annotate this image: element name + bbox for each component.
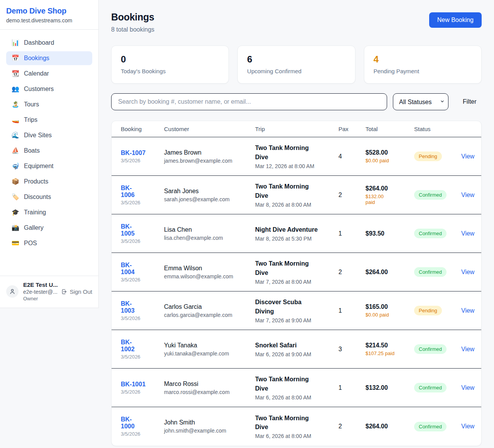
booking-id-link[interactable]: BK-1002 <box>121 339 136 353</box>
table-row: BK-1004 3/5/2026 Emma Wilson emma.wilson… <box>112 253 481 291</box>
booking-date: 3/5/2026 <box>121 277 164 283</box>
sidebar-item-customers[interactable]: 👥Customers <box>6 82 92 96</box>
sidebar-item-discounts[interactable]: 🏷️Discounts <box>6 190 92 204</box>
sidebar-item-equipment[interactable]: 🤿Equipment <box>6 159 92 173</box>
view-link[interactable]: View <box>461 307 474 314</box>
status-badge: Confirmed <box>414 344 447 354</box>
sidebar-item-pos[interactable]: 💳POS <box>6 236 92 250</box>
total-cell: $93.50 <box>365 230 414 237</box>
actions-cell: View <box>461 153 476 160</box>
sidebar-item-label: Discounts <box>24 194 51 200</box>
view-link[interactable]: View <box>461 192 474 198</box>
actions-cell: View <box>461 269 476 276</box>
table-row: BK-1005 3/5/2026 Lisa Chen lisa.chen@exa… <box>112 214 481 253</box>
table-body: BK-1007 3/5/2026 James Brown james.brown… <box>112 137 481 446</box>
sidebar-item-tours[interactable]: 🏝️Tours <box>6 98 92 111</box>
page-header: Bookings 8 total bookings New Booking <box>111 12 482 33</box>
sidebar-item-label: Dive Sites <box>24 132 52 139</box>
discounts-icon: 🏷️ <box>12 194 19 200</box>
sidebar-item-trips[interactable]: 🚤Trips <box>6 113 92 127</box>
user-section: E2E Test U... e2e-tester@... Owner Sign … <box>0 276 98 308</box>
sidebar-item-label: Dashboard <box>24 39 54 46</box>
booking-date: 3/5/2026 <box>121 389 164 395</box>
view-link[interactable]: View <box>461 384 474 391</box>
booking-id-link[interactable]: BK-1001 <box>121 381 145 388</box>
trip-cell: Discover Scuba Diving Mar 7, 2026 at 9:0… <box>255 298 338 323</box>
column-header-customer: Customer <box>164 126 255 132</box>
trip-name: Night Dive Adventure <box>255 225 320 234</box>
pax-cell: 4 <box>338 153 365 160</box>
view-link[interactable]: View <box>461 230 474 237</box>
total-cell: $132.00 <box>365 384 414 391</box>
booking-id-link[interactable]: BK-1007 <box>121 150 145 157</box>
trip-datetime: Mar 6, 2026 at 9:00 AM <box>255 351 338 357</box>
total-cell: $165.00 $0.00 paid <box>365 303 414 318</box>
tours-icon: 🏝️ <box>12 101 19 108</box>
booking-cell: BK-1001 3/5/2026 <box>121 381 164 395</box>
stat-label: Today's Bookings <box>121 68 219 74</box>
sidebar-item-bookings[interactable]: 📅Bookings <box>6 51 92 65</box>
trip-datetime: Mar 6, 2026 at 8:00 AM <box>255 394 338 401</box>
trips-icon: 🚤 <box>12 117 19 123</box>
sidebar-item-products[interactable]: 📦Products <box>6 175 92 189</box>
status-select[interactable]: All Statuses <box>393 93 448 110</box>
trip-cell: Night Dive Adventure Mar 8, 2026 at 5:30… <box>255 225 338 242</box>
table-row: BK-1001 3/5/2026 Marco Rossi marco.rossi… <box>112 369 481 407</box>
page-title-block: Bookings 8 total bookings <box>111 12 154 33</box>
customer-cell: Carlos Garcia carlos.garcia@example.com <box>164 303 255 318</box>
user-name: E2E Test U... <box>23 281 58 288</box>
status-cell: Confirmed <box>414 229 461 238</box>
view-link[interactable]: View <box>461 346 474 352</box>
user-text: E2E Test U... e2e-tester@... Owner <box>23 281 58 301</box>
booking-id-link[interactable]: BK-1004 <box>121 262 136 276</box>
sidebar-item-boats[interactable]: ⛵Boats <box>6 144 92 158</box>
view-link[interactable]: View <box>461 153 474 160</box>
sidebar-item-gallery[interactable]: 📸Gallery <box>6 221 92 235</box>
customer-cell: Marco Rossi marco.rossi@example.com <box>164 381 255 395</box>
customer-cell: Yuki Tanaka yuki.tanaka@example.com <box>164 342 255 357</box>
customer-email: marco.rossi@example.com <box>164 389 255 395</box>
filter-button[interactable]: Filter <box>454 98 485 105</box>
booking-id-link[interactable]: BK-1005 <box>121 223 136 237</box>
status-badge: Confirmed <box>414 267 447 277</box>
status-badge: Confirmed <box>414 229 447 238</box>
booking-cell: BK-1004 3/5/2026 <box>121 262 164 283</box>
booking-date: 3/5/2026 <box>121 158 164 163</box>
page-subtitle: 8 total bookings <box>111 26 154 33</box>
view-link[interactable]: View <box>461 423 474 429</box>
page-title: Bookings <box>111 12 154 23</box>
sidebar-item-calendar[interactable]: 📆Calendar <box>6 67 92 81</box>
amount-paid: $107.25 paid <box>365 350 414 356</box>
actions-cell: View <box>461 384 476 391</box>
booking-id-link[interactable]: BK-1006 <box>121 185 136 199</box>
sidebar-item-dashboard[interactable]: 📊Dashboard <box>6 36 92 50</box>
user-role: Owner <box>23 296 58 301</box>
total-cell: $264.00 <box>365 269 414 276</box>
sidebar-item-training[interactable]: 🎓Training <box>6 205 92 219</box>
customer-cell: Lisa Chen lisa.chen@example.com <box>164 226 255 241</box>
actions-cell: View <box>461 423 476 430</box>
customer-email: yuki.tanaka@example.com <box>164 350 255 357</box>
sidebar-item-dive-sites[interactable]: 🌊Dive Sites <box>6 128 92 142</box>
amount-paid: $0.00 paid <box>365 158 414 163</box>
sign-out-button[interactable]: Sign Out <box>61 288 92 295</box>
dashboard-icon: 📊 <box>12 40 19 46</box>
training-icon: 🎓 <box>12 209 19 216</box>
status-cell: Confirmed <box>414 383 461 392</box>
booking-date: 3/5/2026 <box>121 431 164 437</box>
app-title: Demo Dive Shop <box>6 7 92 15</box>
new-booking-button[interactable]: New Booking <box>429 12 482 28</box>
booking-cell: BK-1000 3/5/2026 <box>121 416 164 437</box>
column-header-status: Status <box>414 126 461 132</box>
view-link[interactable]: View <box>461 269 474 275</box>
trip-name: Two Tank Morning Dive <box>255 414 320 431</box>
search-input[interactable] <box>111 93 387 110</box>
sidebar-item-label: Calendar <box>24 70 49 77</box>
customer-name: Lisa Chen <box>164 226 255 233</box>
actions-cell: View <box>461 230 476 237</box>
booking-id-link[interactable]: BK-1003 <box>121 300 136 314</box>
status-badge: Pending <box>414 306 442 315</box>
booking-id-link[interactable]: BK-1000 <box>121 416 136 430</box>
sidebar-item-label: Training <box>24 209 46 216</box>
trip-name: Two Tank Morning Dive <box>255 259 320 277</box>
